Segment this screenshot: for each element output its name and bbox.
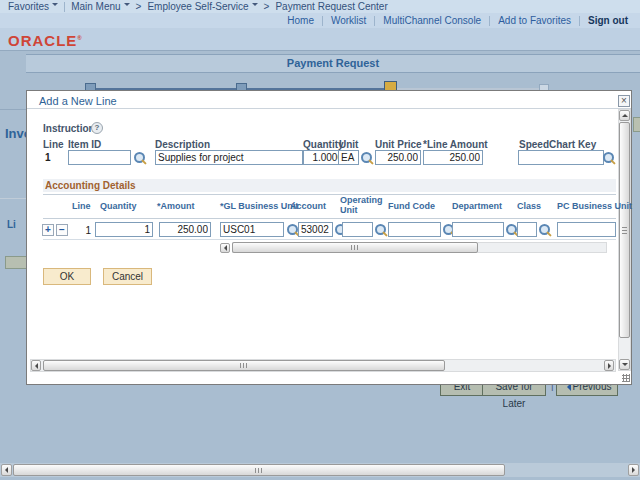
row-quantity-input[interactable] [95,222,153,237]
page-scroll-left-button[interactable] [1,464,12,476]
main-menu[interactable]: Main Menu [71,1,129,12]
row-line-number: 1 [79,225,91,236]
unit-lookup-icon[interactable] [361,152,373,164]
unit-price-input[interactable] [375,150,421,165]
grid-header-rule [43,218,616,219]
dropdown-arrow-icon [252,3,258,9]
dialog-title: Add a New Line [39,95,117,107]
scroll-left-arrow-icon [2,467,8,473]
speedchart-lookup-icon[interactable] [603,152,615,164]
description-input[interactable] [155,150,303,165]
breadcrumb-separator: > [136,1,142,12]
resize-grip-icon[interactable] [622,374,630,382]
class-lookup-icon[interactable] [539,224,551,236]
crumb-label: Payment Request Center [275,1,387,12]
breadcrumb-employee-self-service[interactable]: Employee Self-Service [147,1,257,12]
speedchart-key-label: SpeedChart Key [519,139,596,150]
unit-input[interactable] [338,150,359,165]
scroll-up-arrow-icon [622,111,628,117]
help-icon[interactable]: ? [91,122,103,134]
row-department-input[interactable] [452,222,504,237]
ok-button[interactable]: OK [43,268,91,285]
worklist-link[interactable]: Worklist [331,15,366,26]
oracle-logo: ORACLE® [8,32,83,49]
column-header-pc-business-unit: PC Business Unit [557,201,632,211]
speedchart-key-input[interactable] [518,150,604,165]
scroll-down-arrow-icon [622,363,628,369]
registered-mark: ® [77,35,82,41]
dropdown-arrow-icon [52,3,58,9]
dialog-scrollbar-thumb[interactable] [43,360,445,371]
breadcrumb-divider [64,2,65,12]
grid-scrollbar-thumb[interactable] [232,242,478,253]
line-amount-label: *Line Amount [423,139,488,150]
column-header-line: Line [72,201,91,211]
row-pc-business-unit-input[interactable] [557,222,616,237]
dialog-scroll-left-button[interactable] [31,360,41,371]
main-menu-label: Main Menu [71,1,120,12]
row-gl-business-unit-input[interactable] [220,222,284,237]
row-fund-code-input[interactable] [388,222,441,237]
clipped-button-fragment [5,256,27,269]
home-link[interactable]: Home [287,15,314,26]
page-scroll-right-button[interactable] [628,464,639,476]
column-header-class: Class [517,201,541,211]
scrollbar-grip-icon [351,245,359,250]
multichannel-console-link[interactable]: MultiChannel Console [383,15,481,26]
operating-unit-lookup-icon[interactable] [375,224,387,236]
line-number-value: 1 [45,152,51,163]
quantity-label: Quantity [303,139,344,150]
page-scrollbar-thumb[interactable] [13,464,505,476]
row-account-input[interactable] [298,222,333,237]
clipped-line-label: Li [7,219,22,230]
line-amount-input[interactable] [423,150,483,165]
close-icon[interactable]: × [618,95,630,107]
dialog-scroll-up-button[interactable] [619,110,630,121]
scrollbar-grip-icon [255,468,263,473]
clipped-button-fragment [633,117,640,132]
grid-scroll-left-button[interactable] [220,243,230,253]
remove-row-button[interactable]: − [56,224,68,236]
column-header-gl-business-unit: *GL Business Unit [220,201,298,211]
unit-label: Unit [339,139,358,150]
add-to-favorites-link[interactable]: Add to Favorites [498,15,571,26]
logo-bar: ORACLE® [0,28,640,51]
nav-divider [579,16,580,26]
sign-out-link[interactable]: Sign out [588,15,628,26]
background-rule-fragment [0,109,27,110]
scroll-left-arrow-icon [32,363,38,369]
crumb-label: Employee Self-Service [147,1,248,12]
column-header-fund-code: Fund Code [388,201,435,211]
row-operating-unit-input[interactable] [342,222,373,237]
column-header-amount: *Amount [157,201,195,211]
grid-top-rule [43,194,616,195]
description-label: Description [155,139,210,150]
scroll-left-arrow-icon [221,245,227,251]
row-amount-input[interactable] [159,222,211,237]
breadcrumb-payment-request-center[interactable]: Payment Request Center [275,1,387,12]
favorites-menu[interactable]: Favorites [8,1,58,12]
column-header-quantity: Quantity [100,201,137,211]
row-class-input[interactable] [517,222,537,237]
clipped-invoice-heading: Invo [5,126,27,141]
column-header-department: Department [452,201,502,211]
application-window: Favorites Main Menu > Employee Self-Serv… [0,0,640,480]
grid-bottom-rule [43,239,616,240]
nav-divider [322,16,323,26]
header-divider [0,50,640,51]
dialog-scroll-down-button[interactable] [619,359,630,370]
breadcrumb-separator: > [264,1,270,12]
dialog-scroll-right-button[interactable] [604,360,614,371]
page-title: Payment Request [26,54,640,73]
item-id-input[interactable] [68,150,131,165]
unit-price-label: Unit Price [375,139,422,150]
add-row-button[interactable]: + [42,224,54,236]
dropdown-arrow-icon [124,3,130,9]
dialog-vscrollbar-thumb[interactable] [619,122,630,338]
add-new-line-dialog: Add a New Line × Instructions ? Line Ite… [26,90,632,385]
oracle-wordmark: ORACLE [8,32,77,49]
cancel-button[interactable]: Cancel [103,268,152,285]
dialog-title-divider [27,108,631,109]
item-id-lookup-icon[interactable] [134,152,146,164]
breadcrumb: Favorites Main Menu > Employee Self-Serv… [0,0,640,13]
